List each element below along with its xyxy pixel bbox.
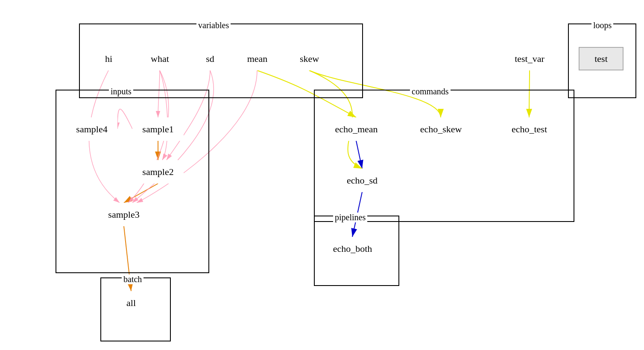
skew-label: skew [287,47,332,70]
variables-label: variables [196,20,231,30]
pipelines-label: pipelines [333,213,367,222]
sample1-label: sample1 [132,117,184,141]
commands-group [314,90,574,222]
test_var-label: test_var [502,47,557,70]
sample3-label: sample3 [98,203,149,226]
mean-label: mean [235,47,280,70]
what-label: what [138,47,182,70]
test-label: test [579,47,624,70]
batch-label: batch [122,274,143,284]
echo_mean-label: echo_mean [325,117,387,141]
commands-label: commands [410,87,451,96]
echo_sd-label: echo_sd [337,169,388,192]
echo_test-label: echo_test [498,117,560,141]
all-label: all [108,291,155,315]
hi-label: hi [88,47,129,70]
loops-label: loops [591,20,613,30]
echo_skew-label: echo_skew [410,117,472,141]
sample4-label: sample4 [66,117,117,141]
echo_both-label: echo_both [322,237,383,260]
inputs-label: inputs [109,87,133,96]
sample2-label: sample2 [132,160,184,184]
sd-label: sd [191,47,229,70]
